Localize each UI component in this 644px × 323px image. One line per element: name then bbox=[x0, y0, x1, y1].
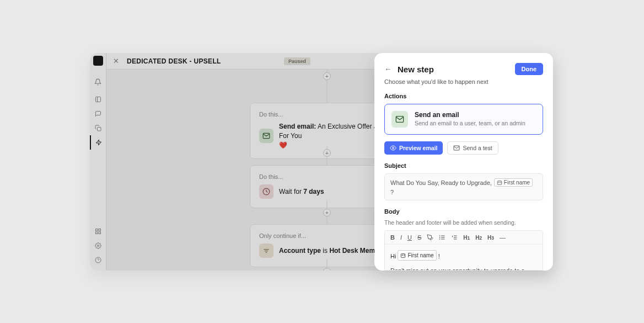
mail-icon bbox=[391, 111, 408, 128]
actions-label: Actions bbox=[384, 93, 543, 99]
body-label: Body bbox=[384, 208, 543, 215]
send-test-button[interactable]: Send a test bbox=[447, 141, 498, 155]
svg-rect-6 bbox=[99, 232, 101, 234]
add-step-button[interactable]: + bbox=[323, 268, 331, 271]
svg-rect-4 bbox=[95, 229, 98, 231]
svg-point-8 bbox=[97, 245, 99, 247]
grid-icon[interactable] bbox=[90, 224, 106, 239]
svg-rect-0 bbox=[95, 97, 100, 102]
svg-rect-5 bbox=[99, 229, 101, 231]
merge-token-first-name[interactable]: First name bbox=[398, 250, 436, 261]
preview-email-button[interactable]: Preview email bbox=[384, 141, 443, 155]
copy-icon[interactable] bbox=[90, 121, 106, 135]
svg-point-17 bbox=[393, 147, 394, 149]
done-button[interactable]: Done bbox=[515, 63, 544, 75]
italic-button[interactable]: I bbox=[400, 234, 402, 241]
underline-button[interactable]: U bbox=[407, 234, 412, 241]
back-arrow-icon[interactable]: ← bbox=[384, 65, 392, 73]
panel-title: New step bbox=[398, 65, 509, 74]
sidebar bbox=[90, 53, 106, 271]
svg-point-26 bbox=[439, 239, 440, 240]
help-icon[interactable] bbox=[90, 253, 106, 267]
svg-rect-7 bbox=[95, 232, 98, 234]
numbered-list-button[interactable] bbox=[451, 234, 458, 241]
page-title: DEDICATED DESK - UPSELL bbox=[127, 57, 221, 65]
panel-subtitle: Choose what you'd like to happen next bbox=[384, 78, 543, 85]
strike-button[interactable]: S bbox=[417, 234, 421, 241]
merge-token-first-name[interactable]: First name bbox=[494, 178, 533, 187]
editor-toolbar: B I U S H1 H2 H3 — bbox=[385, 231, 543, 245]
email-body-editor: B I U S H1 H2 H3 — Hi First name bbox=[384, 230, 543, 271]
logo bbox=[93, 56, 103, 66]
editor-body[interactable]: Hi First name ! Don't miss out on your o… bbox=[385, 245, 543, 270]
divider-button[interactable]: — bbox=[500, 234, 506, 241]
action-title: Send an email bbox=[415, 111, 525, 119]
settings-icon[interactable] bbox=[90, 239, 106, 253]
bold-button[interactable]: B bbox=[390, 234, 395, 241]
action-card-send-email[interactable]: Send an email Send an email to a user, t… bbox=[384, 104, 543, 135]
h3-button[interactable]: H3 bbox=[487, 235, 494, 241]
mail-icon bbox=[259, 129, 273, 143]
filter-icon bbox=[259, 243, 273, 258]
clock-icon bbox=[259, 184, 273, 199]
layout-icon[interactable] bbox=[90, 92, 106, 107]
node-text: Account type is Hot Desk Member bbox=[279, 246, 385, 256]
svg-rect-2 bbox=[97, 128, 101, 131]
body-note: The header and footer will be added when… bbox=[384, 219, 543, 226]
svg-marker-3 bbox=[96, 140, 101, 145]
add-step-button[interactable]: + bbox=[323, 149, 331, 157]
subject-label: Subject bbox=[384, 162, 543, 169]
bullet-list-button[interactable] bbox=[439, 234, 446, 241]
highlight-button[interactable] bbox=[427, 234, 433, 241]
h1-button[interactable]: H1 bbox=[463, 235, 470, 241]
h2-button[interactable]: H2 bbox=[475, 235, 482, 241]
automation-icon[interactable] bbox=[90, 135, 106, 150]
add-step-button[interactable]: + bbox=[323, 209, 331, 216]
svg-point-25 bbox=[439, 237, 440, 238]
svg-point-24 bbox=[439, 236, 440, 236]
notification-icon[interactable] bbox=[90, 75, 106, 89]
status-badge: Paused bbox=[284, 57, 310, 65]
step-panel: ← New step Done Choose what you'd like t… bbox=[374, 53, 553, 271]
messages-icon[interactable] bbox=[90, 107, 106, 121]
svg-point-31 bbox=[402, 255, 403, 256]
node-text: Wait for 7 days bbox=[279, 187, 324, 197]
close-icon[interactable]: ✕ bbox=[113, 57, 119, 65]
subject-input[interactable]: What Do You Say, Ready to Upgrade, First… bbox=[384, 173, 543, 200]
action-desc: Send an email to a user, team, or an adm… bbox=[415, 120, 525, 126]
svg-point-20 bbox=[498, 182, 500, 183]
add-step-button[interactable]: + bbox=[323, 72, 331, 80]
